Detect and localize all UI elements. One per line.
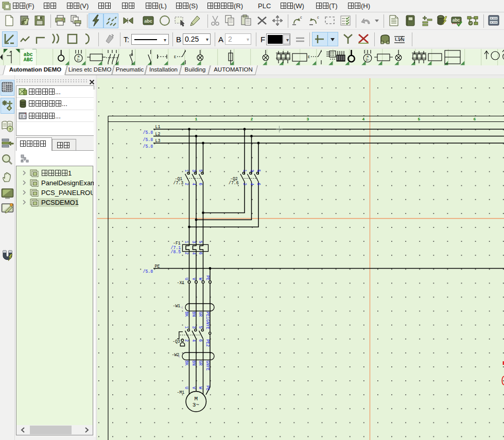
svg-text:5: 5: [256, 169, 261, 172]
svg-text:6: 6: [474, 117, 476, 121]
svg-text:3: 3: [192, 241, 196, 243]
svg-text:3: 3: [192, 326, 196, 328]
svg-text:-W2: -W2: [172, 353, 180, 357]
svg-text:5: 5: [198, 169, 203, 172]
svg-text:L2: L2: [155, 132, 161, 136]
svg-text:c: c: [300, 15, 302, 19]
svg-text:E: E: [174, 55, 176, 59]
svg-text:GR: GR: [198, 361, 203, 366]
svg-text:GNYE: GNYE: [205, 361, 210, 371]
svg-text:-F1: -F1: [173, 241, 181, 245]
svg-text:/7.3: /7.3: [173, 181, 184, 185]
svg-text:BN: BN: [192, 361, 196, 366]
svg-text:-M1: -M1: [177, 390, 185, 395]
svg-text:4: 4: [192, 252, 196, 255]
svg-text:4: 4: [362, 117, 365, 121]
svg-text:PE1GNYE: PE1GNYE: [205, 312, 210, 329]
svg-text:BK: BK: [184, 312, 189, 317]
svg-text:2: 2: [184, 339, 189, 342]
svg-text:-X1: -X1: [177, 280, 185, 285]
svg-text:4: 4: [250, 183, 254, 185]
svg-text:U: U: [184, 278, 189, 280]
svg-text:4: 4: [192, 339, 196, 342]
svg-text:V: V: [192, 386, 196, 389]
svg-text:GR: GR: [198, 312, 203, 317]
svg-text:3: 3: [192, 169, 196, 172]
svg-text:1: 1: [195, 117, 198, 121]
svg-text:3~: 3~: [193, 402, 200, 408]
svg-text:L3: L3: [155, 138, 161, 143]
svg-text:ABC: ABC: [24, 57, 33, 63]
svg-text:W: W: [198, 278, 203, 280]
svg-text:/8.5: /8.5: [171, 250, 181, 254]
svg-text:-W1: -W1: [173, 304, 181, 308]
svg-text:2: 2: [251, 117, 253, 121]
svg-text:c: c: [317, 15, 319, 19]
svg-text:3~: 3~: [77, 58, 81, 62]
svg-text:5: 5: [198, 326, 203, 328]
svg-text:1: 1: [184, 326, 189, 328]
svg-text:/5.8: /5.8: [143, 144, 153, 149]
svg-text:E: E: [308, 55, 310, 59]
svg-text:L1: L1: [155, 125, 161, 129]
svg-text:abc: abc: [144, 19, 152, 24]
svg-text:2: 2: [184, 183, 189, 185]
svg-text:3~: 3~: [366, 58, 370, 62]
svg-text:3: 3: [250, 169, 254, 172]
svg-text:PE: PE: [205, 385, 210, 391]
svg-text:BN: BN: [192, 312, 196, 317]
svg-text:/5.8: /5.8: [143, 137, 153, 142]
svg-text:V: V: [192, 278, 196, 280]
svg-text:PE2: PE2: [205, 339, 210, 347]
svg-text:/5.8: /5.8: [143, 269, 153, 274]
svg-text:N: N: [401, 37, 405, 42]
svg-text:?: ?: [9, 127, 11, 132]
svg-text:5: 5: [198, 241, 203, 243]
svg-text:3: 3: [307, 117, 309, 121]
svg-text:4: 4: [192, 183, 196, 185]
svg-text:2: 2: [184, 252, 189, 255]
svg-text:W: W: [198, 386, 203, 389]
svg-text:PE: PE: [155, 264, 160, 269]
svg-text:6: 6: [198, 252, 203, 255]
svg-text:1: 1: [242, 169, 247, 172]
svg-text:/7.6: /7.6: [229, 181, 239, 185]
svg-text:6: 6: [198, 339, 203, 342]
svg-text:-Q3: -Q3: [172, 339, 180, 344]
svg-text:/5.8: /5.8: [143, 130, 153, 135]
svg-text:abc: abc: [453, 17, 460, 23]
svg-text:1: 1: [184, 169, 189, 172]
svg-text:1: 1: [184, 241, 189, 243]
svg-text:U: U: [184, 386, 189, 389]
svg-text:6: 6: [198, 183, 203, 185]
svg-text:BK: BK: [184, 361, 189, 366]
svg-text:5: 5: [418, 117, 421, 121]
svg-text:M: M: [194, 396, 198, 402]
svg-text:6: 6: [256, 183, 261, 185]
svg-text:PE: PE: [205, 275, 210, 280]
svg-text:2: 2: [242, 183, 247, 185]
